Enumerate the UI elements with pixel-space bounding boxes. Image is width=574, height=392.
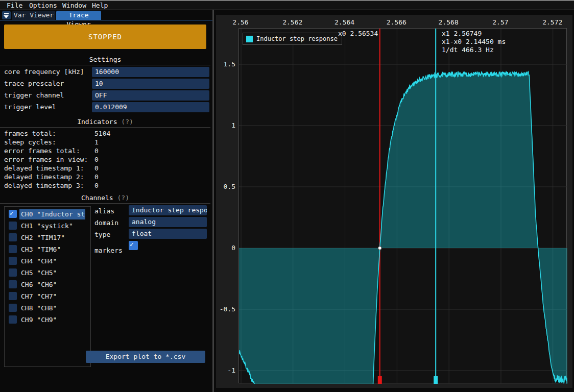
channel-checkbox-ch1[interactable]: [9, 222, 17, 230]
channel-row-ch2[interactable]: CH2 "TIM17": [5, 232, 90, 244]
x-tick-label: 2.572: [537, 18, 568, 26]
indicator-value: 1: [94, 138, 99, 146]
tab-var-viewer[interactable]: Var Viewer: [12, 11, 55, 20]
plot-area[interactable]: Inductor step response x0 2.56534 x1 2.5…: [238, 28, 567, 383]
channel-checkbox-ch6[interactable]: [9, 280, 17, 288]
channel-row-ch5[interactable]: CH5 "CH5": [5, 267, 90, 279]
channel-label: CH2 "TIM17": [21, 233, 85, 243]
setting-input[interactable]: OFF: [92, 90, 209, 101]
type-select[interactable]: float: [129, 229, 207, 239]
plot-panel: 2.562.5622.5642.5662.5682.572.572 1.510.…: [214, 10, 574, 392]
indicator-value: 0: [94, 155, 99, 164]
indicator-value: 0: [94, 181, 99, 190]
channel-row-ch4[interactable]: CH4 "CH4": [5, 256, 90, 267]
domain-select[interactable]: analog: [129, 217, 207, 227]
trace-fill-area: [239, 71, 567, 384]
indicator-label: delayed timestamp 2:: [4, 173, 84, 181]
tab-list-popup-button[interactable]: [2, 11, 11, 19]
channel-list: CH0 "Inductor stCH1 "systick"CH2 "TIM17"…: [4, 206, 91, 367]
marker-x1-label: x1 2.56749 x1-x0 2.14450 ms 1/dt 466.3 H…: [442, 30, 506, 54]
x-tick-label: 2.57: [485, 18, 516, 26]
separator: [0, 65, 210, 65]
indicator-label: delayed timestamp 1:: [4, 164, 84, 173]
channels-header: Channels (?): [0, 194, 210, 202]
indicator-label: frames total:: [4, 129, 56, 138]
channel-row-ch6[interactable]: CH6 "CH6": [5, 279, 90, 291]
channel-row-ch3[interactable]: CH3 "TIM6": [5, 244, 90, 256]
series-name: Inductor step response: [256, 35, 338, 42]
channel-checkbox-ch4[interactable]: [9, 257, 17, 265]
channel-label: CH5 "CH5": [21, 268, 85, 278]
settings-header: Settings: [0, 56, 210, 63]
setting-input[interactable]: 160000: [92, 67, 209, 77]
channel-checkbox-ch2[interactable]: [9, 233, 17, 241]
channel-checkbox-ch0[interactable]: [9, 210, 17, 218]
x-tick-label: 2.568: [433, 18, 464, 26]
marker-x0-label: x0 2.56534: [338, 30, 378, 38]
x-tick-label: 2.566: [381, 18, 412, 26]
setting-label: trigger channel: [4, 90, 64, 101]
channel-checkbox-ch9[interactable]: [9, 315, 17, 324]
markers-checkbox[interactable]: [129, 241, 138, 250]
channel-checkbox-ch7[interactable]: [9, 292, 17, 300]
setting-label: core frequency [kHz]: [4, 67, 84, 77]
marker-x0-handle[interactable]: [378, 376, 382, 384]
y-tick-label: -1: [215, 366, 235, 374]
indicator-value: 0: [94, 164, 99, 173]
y-tick-label: -0.5: [215, 305, 235, 312]
channel-label: CH8 "CH8": [21, 303, 85, 313]
channel-row-ch1[interactable]: CH1 "systick": [5, 220, 90, 232]
channel-checkbox-ch8[interactable]: [9, 304, 17, 312]
type-label: type: [94, 230, 110, 240]
y-tick-label: 0: [215, 244, 235, 251]
alias-input[interactable]: Inductor step respons: [129, 205, 207, 215]
plot-frame: 2.562.5622.5642.5662.5682.572.572 1.510.…: [216, 15, 572, 388]
channel-row-ch7[interactable]: CH7 "CH7": [5, 291, 90, 303]
menu-help[interactable]: Help: [92, 2, 108, 9]
setting-input[interactable]: 0.012009: [92, 102, 209, 112]
indicator-label: error frames in view:: [4, 155, 88, 164]
menu-file[interactable]: File: [7, 2, 22, 9]
series-swatch-icon: [246, 36, 253, 42]
alias-label: alias: [94, 206, 114, 216]
channel-label: CH7 "CH7": [21, 291, 85, 302]
channel-checkbox-ch3[interactable]: [9, 245, 17, 253]
indicator-label: error frames total:: [4, 146, 80, 155]
acquisition-state-button[interactable]: STOPPED: [4, 24, 206, 49]
tab-trace-viewer[interactable]: Trace Viewer: [56, 11, 101, 20]
y-tick-label: 0.5: [215, 183, 235, 190]
indicator-value: 0: [94, 146, 99, 155]
channel-row-ch8[interactable]: CH8 "CH8": [5, 303, 90, 314]
y-tick-label: 1: [215, 121, 235, 129]
indicator-value: 0: [94, 173, 99, 181]
menu-bar: FileOptionsWindowHelp: [0, 1, 574, 10]
setting-label: trace prescaler: [4, 79, 64, 89]
channel-label: CH6 "CH6": [21, 280, 85, 290]
indicators-header: Indicators (?): [0, 118, 210, 126]
help-icon[interactable]: (?): [121, 118, 133, 126]
menu-window[interactable]: Window: [62, 2, 86, 9]
channel-checkbox-ch5[interactable]: [9, 268, 17, 277]
x-tick-label: 2.56: [225, 18, 256, 26]
channel-row-ch0[interactable]: CH0 "Inductor st: [5, 209, 90, 220]
channel-label: CH1 "systick": [21, 221, 85, 231]
plot-legend[interactable]: Inductor step response: [243, 33, 342, 45]
sidebar-panel: Var Viewer Trace Viewer STOPPED Settings…: [0, 10, 212, 392]
tab-list-icon: [4, 13, 9, 14]
menu-options[interactable]: Options: [29, 2, 57, 9]
channel-row-ch9[interactable]: CH9 "CH9": [5, 314, 90, 326]
indicator-label: delayed timestamp 3:: [4, 181, 84, 190]
setting-label: trigger level: [4, 102, 56, 112]
channel-label: CH9 "CH9": [21, 315, 85, 325]
indicator-value: 5104: [94, 129, 110, 138]
x-tick-label: 2.564: [329, 18, 360, 26]
chevron-down-icon: [4, 15, 9, 18]
app-window: FileOptionsWindowHelp Var Viewer Trace V…: [0, 0, 574, 392]
marker-cross-point[interactable]: [378, 247, 381, 250]
setting-input[interactable]: 10: [92, 79, 209, 89]
trace-plot-svg: [239, 29, 567, 384]
markers-label: markers: [94, 246, 123, 256]
marker-x1-handle[interactable]: [434, 376, 438, 384]
help-icon[interactable]: (?): [117, 194, 129, 202]
export-csv-button[interactable]: Export plot to *.csv: [86, 351, 205, 363]
